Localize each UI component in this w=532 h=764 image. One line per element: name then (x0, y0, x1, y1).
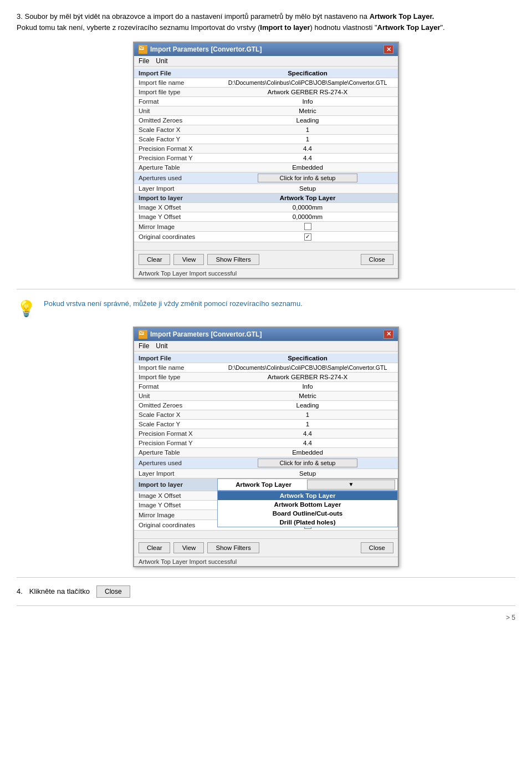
dialog2-show-filters-button[interactable]: Show Filters (207, 542, 259, 553)
table-row: Import file type Artwork GERBER RS-274-X (134, 88, 398, 97)
table-cell-label: Scale Factor Y (134, 419, 217, 429)
dropdown-selected-value: Artwork Top Layer (220, 481, 307, 488)
table-row: Scale Factor X 1 (134, 125, 398, 135)
table-cell-value: 0,0000mm (217, 203, 398, 212)
table-cell-value: D:\Documents\Colinbus\ColiPCB\JOB\Sample… (217, 78, 398, 88)
dialog2-close-x-btn[interactable]: ✕ (383, 330, 393, 339)
dropdown-arrow-icon[interactable]: ▼ (307, 480, 395, 490)
dialog1-menu: File Unit (134, 56, 398, 67)
table-row: Import File Specification (134, 69, 398, 78)
table-cell-label: Aperture Table (134, 163, 217, 172)
dialog2-apertures-btn[interactable]: Click for info & setup (258, 459, 357, 467)
table-row: Precision Format Y 4.4 (134, 438, 398, 447)
dialog2-close-button[interactable]: Close (361, 542, 393, 553)
page-number: > 5 (17, 614, 515, 622)
table-row: Import file type Artwork GERBER RS-274-X (134, 372, 398, 381)
table-cell-label: Scale Factor Y (134, 135, 217, 144)
table-row: Format Info (134, 97, 398, 106)
dialog2-menu-unit[interactable]: Unit (156, 342, 167, 350)
dialog2-titlebar: 🗂 Import Parameters [Convertor.GTL] ✕ (134, 328, 398, 341)
table-cell-value: Artwork Top Layer (217, 193, 398, 203)
table-cell-label: Omitted Zeroes (134, 116, 217, 125)
mirror-image-checkbox[interactable] (304, 223, 311, 230)
dialog1-statusbar: Artwork Top Layer Import successful (134, 268, 398, 278)
view-button[interactable]: View (173, 254, 204, 265)
step3-bold2: Import to layer (260, 23, 310, 32)
original-coords-checkbox[interactable] (304, 233, 311, 241)
dialog2-body: Import File Specification Import file na… (134, 352, 398, 566)
import-to-layer-dropdown[interactable]: Artwork Top Layer ▼ Artwork Top Layer Ar… (217, 478, 398, 491)
apertures-btn[interactable]: Click for info & setup (258, 174, 357, 182)
table-cell-label: Aperture Table (134, 447, 217, 457)
table-cell-label: Image Y Offset (134, 500, 217, 510)
table-row: Scale Factor Y 1 (134, 135, 398, 144)
section-divider-1 (17, 289, 515, 289)
table-cell-label: Original coordinates (134, 232, 217, 242)
show-filters-button[interactable]: Show Filters (207, 254, 259, 265)
section-divider-2 (17, 577, 515, 578)
close-button[interactable]: Close (361, 254, 393, 265)
dialog2-footer: Clear View Show Filters Close (134, 538, 398, 557)
table-cell-label: Import File (134, 69, 217, 78)
step3-text2: Pokud tomu tak není, vyberte z rozevírac… (17, 23, 260, 32)
clear-button[interactable]: Clear (139, 254, 170, 265)
step4-section: 4. Klikněte na tlačítko Close (17, 585, 515, 598)
dropdown-option-artwork-top[interactable]: Artwork Top Layer (218, 491, 397, 500)
table-row: Import File Specification (134, 354, 398, 363)
table-row: Import to layer Artwork Top Layer (134, 193, 398, 203)
table-row: Import file name D:\Documents\Colinbus\C… (134, 363, 398, 372)
table-cell-value: Click for info & setup (217, 172, 398, 184)
table-cell-label: Precision Format X (134, 144, 217, 154)
dialog1-titlebar: 🗂 Import Parameters [Convertor.GTL] ✕ (134, 43, 398, 56)
dialog1-menu-unit[interactable]: Unit (156, 57, 167, 65)
dialog1-title: Import Parameters [Convertor.GTL] (150, 45, 262, 53)
table-row: Precision Format X 4.4 (134, 144, 398, 154)
dropdown-option-drill[interactable]: Drill (Plated holes) (218, 518, 397, 527)
table-cell-label: Layer Import (134, 468, 217, 478)
table-cell-label: Format (134, 381, 217, 391)
table-row: Apertures used Click for info & setup (134, 457, 398, 468)
dropdown-header[interactable]: Artwork Top Layer ▼ (217, 478, 398, 491)
table-cell-value: Metric (217, 106, 398, 116)
table-cell-value: 4.4 (217, 144, 398, 154)
table-cell-value: 4.4 (217, 438, 398, 447)
table-cell-label: Import file type (134, 88, 217, 97)
table-cell-label: Import File (134, 354, 217, 363)
tip-text: Pokud vrstva není správné, můžete ji vžd… (44, 298, 303, 309)
table-cell-value: Artwork GERBER RS-274-X (217, 88, 398, 97)
dropdown-option-board-outline[interactable]: Board Outline/Cut-outs (218, 509, 397, 518)
table-cell-import-value[interactable]: Artwork Top Layer ▼ Artwork Top Layer Ar… (217, 478, 398, 491)
table-cell-label: Import file type (134, 372, 217, 381)
dialog2-menu-file[interactable]: File (139, 342, 149, 350)
table-row: Format Info (134, 381, 398, 391)
table-row: Apertures used Click for info & setup (134, 172, 398, 184)
table-row: Image Y Offset 0,0000mm (134, 212, 398, 222)
dialog2-view-button[interactable]: View (173, 542, 204, 553)
table-cell-label: Scale Factor X (134, 410, 217, 419)
step4-close-button[interactable]: Close (96, 585, 130, 598)
table-cell-value: 1 (217, 410, 398, 419)
table-cell-label: Omitted Zeroes (134, 400, 217, 410)
dialog2-param-table: Import File Specification Import file na… (134, 354, 398, 531)
table-row: Unit Metric (134, 391, 398, 400)
dialog1-menu-file[interactable]: File (139, 57, 149, 65)
table-cell-value (217, 222, 398, 232)
step4-number: 4. (17, 587, 23, 595)
table-cell-value: Embedded (217, 163, 398, 172)
table-cell-value: 1 (217, 135, 398, 144)
table-cell-value (217, 232, 398, 242)
dialog1-icon: 🗂 (139, 45, 147, 54)
table-row: Precision Format X 4.4 (134, 429, 398, 438)
table-row: Original coordinates (134, 232, 398, 242)
table-row: Aperture Table Embedded (134, 447, 398, 457)
dialog1-close-x-btn[interactable]: ✕ (383, 45, 393, 54)
table-cell-label: Layer Import (134, 184, 217, 193)
step3-text4: ". (440, 23, 444, 32)
table-cell-value: D:\Documents\Colinbus\ColiPCB\JOB\Sample… (217, 363, 398, 372)
table-cell-label: Image X Offset (134, 203, 217, 212)
tip-section: 💡 Pokud vrstva není správné, můžete ji v… (17, 298, 515, 318)
table-cell-value: 1 (217, 125, 398, 135)
dropdown-option-artwork-bottom[interactable]: Artwork Bottom Layer (218, 500, 397, 509)
dialog2-clear-button[interactable]: Clear (139, 542, 170, 553)
dialog2-window: 🗂 Import Parameters [Convertor.GTL] ✕ Fi… (133, 327, 399, 567)
